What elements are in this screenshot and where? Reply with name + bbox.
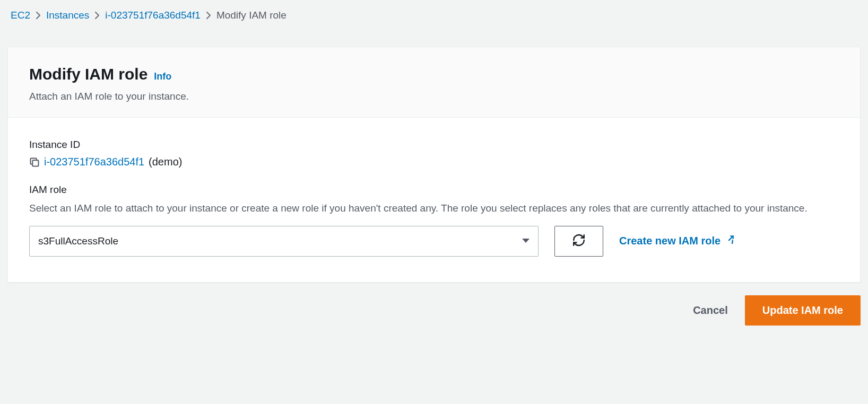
instance-id-label: Instance ID bbox=[29, 139, 839, 151]
breadcrumb-link-ec2[interactable]: EC2 bbox=[11, 10, 30, 21]
breadcrumb-link-instances[interactable]: Instances bbox=[46, 10, 89, 21]
instance-id-field: Instance ID i-023751f76a36d54f1 (demo) bbox=[29, 139, 839, 168]
chevron-right-icon bbox=[94, 11, 100, 20]
create-iam-role-link-label: Create new IAM role bbox=[619, 235, 721, 247]
chevron-right-icon bbox=[36, 11, 41, 20]
update-iam-role-button[interactable]: Update IAM role bbox=[745, 295, 861, 326]
external-link-icon bbox=[725, 235, 734, 247]
iam-role-select[interactable]: s3FullAccessRole bbox=[29, 226, 539, 257]
copy-icon[interactable] bbox=[29, 157, 40, 168]
instance-id-link[interactable]: i-023751f76a36d54f1 bbox=[44, 156, 144, 168]
instance-name: (demo) bbox=[149, 156, 182, 168]
iam-role-description: Select an IAM role to attach to your ins… bbox=[29, 201, 839, 216]
create-iam-role-link[interactable]: Create new IAM role bbox=[619, 235, 734, 247]
footer-actions: Cancel Update IAM role bbox=[0, 283, 868, 345]
iam-role-label: IAM role bbox=[29, 184, 839, 196]
refresh-icon bbox=[572, 233, 586, 249]
main-panel: Modify IAM role Info Attach an IAM role … bbox=[7, 47, 861, 283]
refresh-button[interactable] bbox=[554, 226, 603, 257]
cancel-button[interactable]: Cancel bbox=[689, 298, 732, 323]
panel-body: Instance ID i-023751f76a36d54f1 (demo) I… bbox=[8, 118, 860, 282]
chevron-right-icon bbox=[206, 11, 211, 20]
svg-rect-0 bbox=[32, 160, 38, 166]
breadcrumb: EC2 Instances i-023751f76a36d54f1 Modify… bbox=[0, 0, 868, 31]
info-link[interactable]: Info bbox=[154, 71, 171, 82]
breadcrumb-link-instance-id[interactable]: i-023751f76a36d54f1 bbox=[105, 10, 201, 21]
iam-role-field: IAM role Select an IAM role to attach to… bbox=[29, 184, 839, 257]
panel-header: Modify IAM role Info Attach an IAM role … bbox=[8, 47, 860, 118]
page-title: Modify IAM role bbox=[29, 65, 147, 83]
page-subtitle: Attach an IAM role to your instance. bbox=[29, 91, 839, 102]
breadcrumb-current: Modify IAM role bbox=[216, 10, 287, 21]
